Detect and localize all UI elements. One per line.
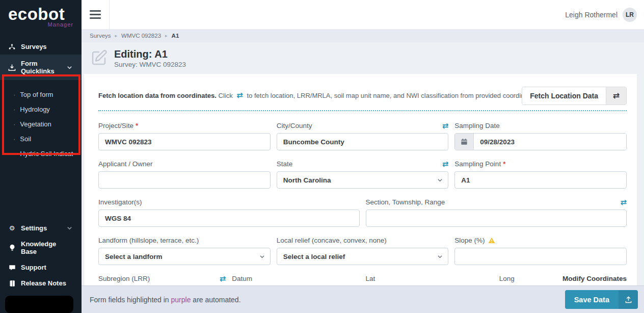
account-menu[interactable]: Leigh Rothermel LR — [565, 8, 637, 22]
quicklink-vegetation[interactable]: · Vegetation — [0, 117, 82, 132]
quicklink-label: Top of form — [20, 91, 53, 98]
calendar-icon[interactable] — [455, 134, 474, 150]
breadcrumb-survey-name[interactable]: WMVC 092823 — [121, 33, 161, 39]
field-label: Applicant / Owner — [98, 160, 153, 168]
breadcrumb-current-page: A1 — [172, 33, 179, 39]
breadcrumb-surveys[interactable]: Surveys — [90, 33, 111, 39]
sampling-point-input[interactable] — [454, 171, 627, 189]
slope-input[interactable] — [454, 248, 627, 265]
chevron-down-icon — [259, 254, 265, 259]
avatar[interactable]: LR — [623, 8, 637, 22]
sidebar-item-label: Settings — [21, 224, 47, 232]
redacted-block — [5, 296, 73, 313]
fetch-location-bar: Fetch location data from coordinates. Cl… — [98, 86, 627, 105]
save-data-button[interactable]: Save Data — [565, 290, 638, 309]
quicklink-label: Vegetation — [20, 120, 51, 128]
swap-arrows-icon[interactable]: ⇄ — [442, 160, 449, 169]
field-label: Project/Site — [98, 122, 133, 129]
field-label: Investigator(s) — [98, 198, 142, 206]
logo-brand-text: ecobot — [8, 5, 74, 23]
fetch-lead: Fetch location data from coordinates. — [98, 92, 217, 99]
field-investigators: Investigator(s) — [98, 198, 360, 227]
hamburger-menu-icon[interactable] — [90, 10, 101, 19]
investigators-input[interactable] — [98, 210, 360, 227]
field-local-relief: Local relief (concave, convex, none) Sel… — [277, 236, 449, 265]
required-asterisk: * — [136, 122, 138, 129]
breadcrumb-separator-icon: ▸ — [115, 33, 118, 38]
breadcrumb-separator-icon: ▸ — [165, 33, 168, 38]
ecobot-logo: ecobot Manager — [0, 0, 82, 28]
field-slope: Slope (%) — [454, 236, 627, 265]
sampling-date-input[interactable] — [474, 134, 626, 150]
page-title: Editing: A1 — [114, 48, 186, 60]
landform-select-value: Select a landform — [105, 253, 163, 260]
sidebar-item-surveys[interactable]: Surveys — [0, 39, 82, 55]
swap-arrows-icon: ⇄ — [606, 87, 626, 105]
field-subregion: Subregion (LRR) ⇄ — [98, 274, 226, 285]
field-label: Sampling Date — [454, 122, 500, 129]
swap-arrows-icon[interactable]: ⇄ — [220, 274, 226, 283]
bullet-icon: · — [13, 106, 15, 113]
quicklink-label: Hydrology — [20, 106, 50, 113]
page-header: Editing: A1 Survey: WMVC 092823 — [82, 42, 644, 74]
fetch-instructions: Fetch location data from coordinates. Cl… — [98, 86, 522, 105]
topbar: Leigh Rothermel LR — [82, 0, 644, 29]
quicklink-top-of-form[interactable]: · Top of form — [0, 87, 82, 102]
note-pre: Form fields highlighted in — [90, 296, 171, 304]
field-sampling-date: Sampling Date — [454, 121, 627, 150]
sidebar-item-settings[interactable]: ⚙ Settings — [0, 220, 82, 236]
sidebar-item-label: Form Quicklinks — [21, 60, 61, 75]
quicklink-soil[interactable]: · Soil — [0, 132, 82, 146]
journal-icon — [8, 279, 16, 287]
field-lat: Lat — [366, 274, 493, 285]
applicant-owner-input[interactable] — [98, 171, 271, 189]
quicklinks-list: · Top of form · Hydrology · Vegetation ·… — [0, 80, 82, 164]
state-select-value: North Carolina — [283, 176, 331, 184]
download-icon — [8, 64, 16, 71]
field-label: State — [277, 160, 293, 168]
edit-pencil-icon — [90, 49, 108, 67]
surveys-sitemap-icon — [8, 43, 16, 50]
quicklink-hydrology[interactable]: · Hydrology — [0, 102, 82, 117]
note-purple-word: purple — [171, 296, 191, 304]
landform-select[interactable]: Select a landform — [98, 248, 271, 265]
topbar-divider — [109, 0, 110, 29]
project-site-input[interactable] — [98, 133, 271, 150]
chevron-down-icon — [437, 177, 443, 183]
automation-note: Form fields highlighted in purple are au… — [90, 296, 241, 304]
sidebar-item-form-quicklinks[interactable]: Form Quicklinks — [0, 55, 82, 80]
state-select[interactable]: North Carolina — [277, 171, 449, 189]
modify-coordinates-link[interactable]: Modify Coordinates — [562, 275, 627, 282]
field-long: Long Modify Coordinates — [499, 274, 627, 285]
swap-arrows-icon[interactable]: ⇄ — [620, 198, 627, 207]
sidebar-item-label: Support — [21, 264, 46, 271]
content-area: Fetch location data from coordinates. Cl… — [82, 74, 644, 285]
field-label: City/County — [277, 122, 312, 129]
warning-triangle-icon — [488, 237, 495, 244]
save-button-label: Save Data — [565, 290, 619, 309]
sidebar: ecobot Manager Surveys Form Quicklinks ·… — [0, 0, 82, 313]
swap-arrows-icon[interactable]: ⇄ — [442, 121, 449, 131]
breadcrumb: Surveys ▸ WMVC 092823 ▸ A1 — [82, 29, 644, 42]
local-relief-select[interactable]: Select a local relief — [277, 248, 449, 265]
user-name: Leigh Rothermel — [565, 11, 618, 19]
swap-arrows-icon: ⇄ — [236, 91, 243, 100]
sidebar-item-knowledge-base[interactable]: Knowledge Base — [0, 236, 82, 259]
fetch-click-word: Click — [219, 92, 233, 99]
section-township-range-input[interactable] — [366, 210, 627, 227]
sidebar-item-release-notes[interactable]: Release Notes — [0, 275, 82, 291]
field-state: State ⇄ North Carolina — [277, 160, 449, 189]
note-post: are automated. — [191, 296, 240, 304]
city-county-input[interactable] — [277, 133, 449, 150]
main-area: Leigh Rothermel LR Surveys ▸ WMVC 092823… — [82, 0, 644, 313]
quicklink-hydric-soil-indicators[interactable]: · Hydric Soil Indicato... — [0, 146, 82, 161]
local-relief-select-value: Select a local relief — [283, 253, 345, 260]
chat-bubble-icon — [8, 264, 16, 271]
chevron-down-icon — [66, 224, 73, 232]
page-subtitle: Survey: WMVC 092823 — [114, 61, 186, 68]
fetch-location-data-button[interactable]: Fetch Location Data ⇄ — [522, 87, 627, 105]
gears-icon: ⚙ — [8, 224, 16, 232]
field-project-site: Project/Site * — [98, 121, 271, 150]
field-sampling-point: Sampling Point * — [454, 160, 627, 189]
sidebar-item-support[interactable]: Support — [0, 259, 82, 275]
